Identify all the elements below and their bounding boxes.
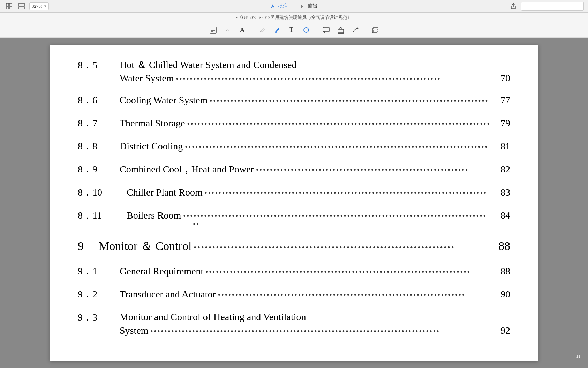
zoom-value: 327% (32, 3, 42, 9)
toc-number-9: 9 (78, 240, 99, 253)
toc-page-8-5: 70 (489, 73, 510, 84)
svg-rect-1 (9, 3, 12, 6)
toc-entry-9-3: 9．3 Monitor and Control of Heating and V… (78, 311, 510, 336)
annotation-toolbar: A A T (0, 22, 588, 38)
toc-title-8-8: District Cooling (120, 141, 183, 152)
toc-title-line2-8-5: Water System •••••••••••••••••••••••••••… (120, 73, 510, 84)
circle-btn[interactable] (300, 24, 312, 36)
top-bar-center: 批注 编辑 (268, 2, 320, 11)
svg-rect-16 (338, 29, 344, 33)
page-indicator: 11 (572, 351, 585, 361)
toc-title-8-6: Cooling Water System (120, 95, 208, 106)
text-btn[interactable]: T (285, 24, 298, 36)
toc-title-8-7: Thermal Storage (120, 118, 185, 129)
toc-entry-8-8: 8．8 District Cooling •••••••••••••••••••… (78, 140, 510, 153)
pen-btn[interactable] (256, 24, 269, 36)
crop-btn[interactable] (369, 24, 382, 36)
toc-page-9-2: 90 (489, 289, 510, 300)
toc-title-9: Monitor ＆ Control (99, 238, 191, 254)
top-bar-right (508, 1, 584, 11)
toc-entry-9-2: 9．2 Transducer and Actuator ••••••••••••… (78, 288, 510, 301)
top-bar-left: 327% ▾ − + (4, 2, 68, 10)
toc-title-8-10: Chiller Plant Room (127, 187, 203, 198)
toc-title-line2-9-3: System •••••••••••••••••••••••••••••••••… (120, 325, 510, 336)
toc-number-8-5: 8．5 (78, 59, 120, 72)
annotate-btn[interactable]: 批注 (268, 2, 291, 11)
main-content: 8．5 Hot ＆ Chilled Water System and Conde… (0, 38, 588, 368)
toc-title-line1-8-5: Hot ＆ Chilled Water System and Condensed (120, 59, 510, 71)
toc-page-8-10: 83 (489, 187, 510, 198)
toc-entry-9-1: 9．1 General Requirement ••••••••••••••••… (78, 265, 510, 278)
toc-page-8-8: 81 (489, 141, 510, 152)
toc-dots-8-5: ••••••••••••••••••••••••••••••••••••••••… (174, 75, 489, 83)
toc-number-8-11: 8．11 (78, 209, 127, 222)
svg-rect-5 (19, 7, 24, 9)
svg-rect-3 (9, 7, 12, 9)
zoom-dropdown-arrow: ▾ (44, 4, 46, 8)
toc-entry-8-10: 8．10 Chiller Plant Room ••••••••••••••••… (78, 186, 510, 199)
filename-text: •《GB50736-2012民用建筑供暖通风与空气调节设计规范》 (236, 14, 352, 21)
pencil-draw-btn[interactable] (349, 24, 362, 36)
toc-dots-9-1: ••••••••••••••••••••••••••••••••••••••••… (203, 268, 489, 276)
toc-page-8-11: 84 (489, 210, 510, 221)
toc-number-8-10: 8．10 (78, 186, 127, 199)
zoom-plus-btn[interactable]: + (61, 3, 68, 10)
toc-number-8-6: 8．6 (78, 94, 120, 107)
zoom-control[interactable]: 327% ▾ (29, 2, 49, 10)
toc-number-8-9: 8．9 (78, 163, 120, 176)
format-icon-1-btn[interactable] (207, 24, 219, 36)
toc-title-8-11: Boilers Room (127, 210, 181, 221)
toc-number-9-3: 9．3 (78, 311, 120, 324)
font-large-btn[interactable]: A (236, 24, 249, 36)
toc-title-text-8-5: Water System (120, 73, 174, 84)
share-btn[interactable] (508, 1, 518, 11)
toc-dots-9-3: ••••••••••••••••••••••••••••••••••••••••… (148, 327, 489, 336)
toc-title-9-2: Transducer and Actuator (120, 289, 216, 300)
toc-page-8-7: 79 (489, 118, 510, 129)
toc-page-9: 88 (489, 240, 510, 253)
svg-rect-2 (6, 7, 9, 9)
layout-icon-btn[interactable] (17, 2, 27, 10)
toc-page-8-6: 77 (489, 95, 510, 106)
toolbar-sep-2 (316, 26, 316, 34)
toc-dots-8-11: ••••••••••••••••••••••••••••••••••••••••… (181, 212, 489, 228)
toc-title-9-1: General Requirement (120, 266, 203, 277)
toc-number-9-2: 9．2 (78, 288, 120, 301)
grid-icon-btn[interactable] (4, 2, 14, 10)
toc-dots-9-2: ••••••••••••••••••••••••••••••••••••••••… (216, 291, 489, 299)
svg-rect-15 (323, 27, 329, 32)
svg-rect-4 (19, 3, 24, 6)
top-bar: 327% ▾ − + 批注 编辑 (0, 0, 588, 13)
search-input[interactable] (521, 2, 584, 11)
zoom-minus-btn[interactable]: − (52, 3, 59, 10)
toc-page-9-1: 88 (489, 266, 510, 277)
edit-btn[interactable]: 编辑 (297, 2, 320, 11)
toc-number-8-7: 8．7 (78, 117, 120, 130)
toc-title-block-8-5: Hot ＆ Chilled Water System and Condensed… (120, 59, 510, 84)
svg-point-14 (304, 28, 309, 32)
toc-dots-8-10: ••••••••••••••••••••••••••••••••••••••••… (203, 189, 489, 197)
toc-entry-9: 9 Monitor ＆ Control ••••••••••••••••••••… (78, 238, 510, 254)
toolbar-sep-3 (365, 26, 365, 34)
highlight-btn[interactable] (271, 24, 283, 36)
svg-rect-9 (210, 27, 216, 33)
toc-entry-8-5: 8．5 Hot ＆ Chilled Water System and Conde… (78, 59, 510, 84)
filename-bar: •《GB50736-2012民用建筑供暖通风与空气调节设计规范》 (0, 13, 588, 22)
toc-dots-8-9: ••••••••••••••••••••••••••••••••••••••••… (254, 166, 489, 174)
toc-entry-8-7: 8．7 Thermal Storage ••••••••••••••••••••… (78, 117, 510, 130)
toc-title-8-9: Combined Cool，Heat and Power (120, 163, 254, 176)
toc-dots-8-7: ••••••••••••••••••••••••••••••••••••••••… (185, 120, 489, 128)
toc-page-8-9: 82 (489, 164, 510, 175)
svg-rect-18 (373, 28, 377, 32)
toc-entry-8-11: 8．11 Boilers Room ••••••••••••••••••••••… (78, 209, 510, 228)
comment-btn[interactable] (320, 24, 332, 36)
toc-page-9-3: 92 (489, 325, 510, 336)
toc-title-block-9-3: Monitor and Control of Heating and Venti… (120, 311, 510, 336)
stamp-btn[interactable] (334, 24, 347, 36)
toc-title-text-9-3: System (120, 325, 148, 336)
font-small-btn[interactable]: A (221, 24, 234, 36)
toc-entry-8-9: 8．9 Combined Cool，Heat and Power •••••••… (78, 163, 510, 176)
document-page: 8．5 Hot ＆ Chilled Water System and Conde… (50, 45, 538, 361)
svg-rect-0 (6, 3, 9, 6)
toolbar-sep-1 (252, 26, 252, 34)
